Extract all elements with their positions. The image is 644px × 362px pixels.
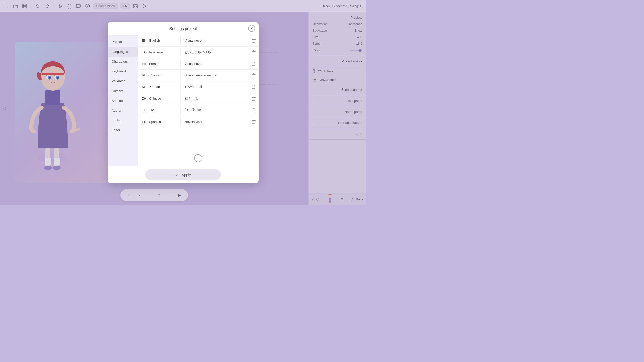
modal-header: Settings project ✕ bbox=[108, 22, 259, 35]
svg-rect-60 bbox=[252, 98, 255, 100]
lang-code: ES - Spanish bbox=[138, 117, 181, 126]
modal-footer: ✓ Apply bbox=[108, 166, 259, 183]
sidebar-item-characters[interactable]: Characters bbox=[108, 57, 138, 66]
sidebar-item-keyboard[interactable]: Keyboard bbox=[108, 66, 138, 76]
add-language-row: + bbox=[138, 150, 259, 166]
lang-translation: Визуальная новелла bbox=[181, 71, 249, 80]
lang-translation: ビジュアルノベル bbox=[181, 48, 249, 57]
modal-body: Project Languages Characters Keyboard Va… bbox=[108, 35, 259, 166]
sidebar-item-sounds[interactable]: Sounds bbox=[108, 96, 138, 106]
lang-translation: Visual novel bbox=[181, 36, 249, 45]
settings-modal: Settings project ✕ Project Languages Cha… bbox=[108, 22, 259, 183]
lang-code: FR - French bbox=[138, 59, 181, 68]
language-row: EN - English Visual novel bbox=[138, 35, 259, 47]
sidebar-item-fonts[interactable]: Fonts bbox=[108, 115, 138, 125]
language-row: RU - Russian Визуальная новелла bbox=[138, 70, 259, 81]
delete-language-button[interactable] bbox=[249, 73, 259, 78]
sidebar-item-editor[interactable]: Editor bbox=[108, 125, 138, 135]
svg-rect-52 bbox=[252, 74, 255, 77]
lang-code: ZH - Chinese bbox=[138, 94, 181, 103]
language-row: ES - Spanish Novela visual bbox=[138, 116, 259, 127]
language-table: EN - English Visual novel JA - Japanese … bbox=[138, 35, 259, 150]
sidebar-item-languages[interactable]: Languages bbox=[108, 47, 138, 57]
delete-language-button[interactable] bbox=[249, 119, 259, 124]
add-language-button[interactable]: + bbox=[194, 154, 202, 162]
language-row: JA - Japanese ビジュアルノベル bbox=[138, 47, 259, 58]
svg-rect-40 bbox=[252, 40, 255, 42]
lang-code: EN - English bbox=[138, 36, 181, 45]
svg-rect-44 bbox=[252, 51, 255, 54]
lang-translation: 视觉小说 bbox=[181, 94, 249, 103]
sidebar-item-addon[interactable]: Add-on bbox=[108, 106, 138, 115]
language-row: KO - Korean 비주얼 노벨 bbox=[138, 81, 259, 93]
modal-sidebar: Project Languages Characters Keyboard Va… bbox=[108, 35, 138, 166]
lang-code: KO - Korean bbox=[138, 82, 181, 91]
delete-language-button[interactable] bbox=[249, 62, 259, 66]
language-row: FR - French Visual novel bbox=[138, 58, 259, 70]
language-row: ZH - Chinese 视觉小说 bbox=[138, 93, 259, 104]
sidebar-item-project[interactable]: Project bbox=[108, 37, 138, 47]
modal-title: Settings project bbox=[169, 27, 197, 31]
svg-rect-68 bbox=[252, 121, 255, 123]
delete-language-button[interactable] bbox=[249, 108, 259, 112]
delete-language-button[interactable] bbox=[249, 50, 259, 55]
lang-translation: Novela visual bbox=[181, 117, 249, 126]
modal-overlay[interactable]: Settings project ✕ Project Languages Cha… bbox=[0, 0, 366, 205]
lang-code: JA - Japanese bbox=[138, 48, 181, 57]
lang-code: RU - Russian bbox=[138, 71, 181, 80]
apply-check-icon: ✓ bbox=[175, 172, 179, 177]
apply-button[interactable]: ✓ Apply bbox=[145, 169, 221, 180]
lang-translation: 비주얼 노벨 bbox=[181, 82, 249, 92]
lang-translation: วิชวลโนเวล bbox=[181, 105, 249, 115]
delete-language-button[interactable] bbox=[249, 96, 259, 101]
lang-code: TH - Thai bbox=[138, 106, 181, 114]
svg-rect-56 bbox=[252, 86, 255, 89]
modal-content: EN - English Visual novel JA - Japanese … bbox=[138, 35, 259, 166]
delete-language-button[interactable] bbox=[249, 38, 259, 43]
sidebar-item-cursors[interactable]: Cursors bbox=[108, 86, 138, 96]
svg-rect-64 bbox=[252, 109, 255, 112]
lang-translation: Visual novel bbox=[181, 59, 249, 68]
language-row: TH - Thai วิชวลโนเวล bbox=[138, 104, 259, 116]
modal-close-button[interactable]: ✕ bbox=[248, 25, 255, 32]
sidebar-item-variables[interactable]: Variables bbox=[108, 76, 138, 86]
svg-rect-48 bbox=[252, 63, 255, 66]
delete-language-button[interactable] bbox=[249, 85, 259, 89]
apply-label: Apply bbox=[182, 173, 191, 177]
